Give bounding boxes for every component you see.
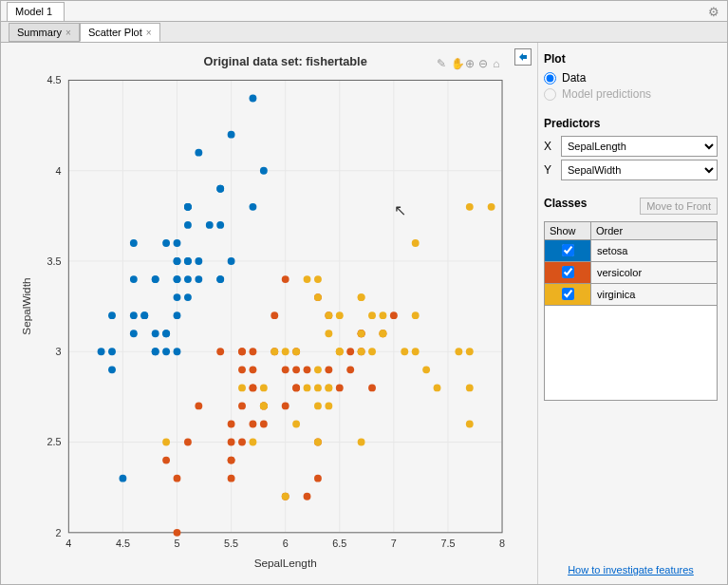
app-window: Model 1 ⚙ Summary × Scatter Plot × 44.55… bbox=[0, 0, 728, 585]
svg-point-145 bbox=[162, 439, 170, 446]
svg-point-56 bbox=[184, 257, 192, 265]
radio-pred-input bbox=[544, 88, 556, 101]
svg-point-154 bbox=[325, 311, 332, 319]
svg-point-172 bbox=[314, 384, 322, 391]
svg-text:5: 5 bbox=[175, 538, 180, 549]
svg-point-146 bbox=[422, 366, 430, 373]
class-checkbox[interactable] bbox=[562, 244, 574, 256]
help-link[interactable]: How to investigate features bbox=[568, 564, 694, 576]
tab-summary[interactable]: Summary × bbox=[9, 23, 80, 42]
svg-point-186 bbox=[336, 348, 344, 355]
classes-header: Classes Move to Front bbox=[544, 197, 718, 216]
plot-section: Plot Data Model predictions bbox=[544, 52, 718, 104]
radio-pred-label: Model predictions bbox=[562, 87, 651, 101]
svg-point-68 bbox=[140, 311, 148, 319]
svg-text:6: 6 bbox=[283, 538, 289, 549]
svg-point-96 bbox=[162, 457, 170, 464]
svg-point-88 bbox=[174, 293, 181, 301]
svg-point-72 bbox=[228, 131, 235, 139]
svg-point-87 bbox=[206, 221, 214, 229]
svg-point-134 bbox=[250, 348, 257, 355]
svg-point-183 bbox=[358, 293, 365, 301]
svg-point-150 bbox=[325, 403, 332, 410]
svg-point-168 bbox=[412, 348, 420, 355]
svg-point-162 bbox=[314, 403, 322, 410]
radio-data[interactable]: Data bbox=[544, 71, 718, 85]
svg-point-112 bbox=[292, 384, 300, 391]
svg-point-99 bbox=[174, 529, 181, 537]
svg-text:4: 4 bbox=[55, 165, 61, 177]
svg-point-57 bbox=[250, 203, 257, 211]
svg-text:4.5: 4.5 bbox=[47, 74, 61, 85]
window-tab[interactable]: Model 1 bbox=[7, 2, 65, 21]
svg-point-165 bbox=[304, 384, 311, 391]
svg-point-64 bbox=[174, 348, 181, 355]
svg-point-156 bbox=[466, 203, 474, 211]
svg-point-84 bbox=[152, 348, 159, 355]
class-row[interactable]: virginica bbox=[545, 284, 718, 306]
svg-point-40 bbox=[162, 348, 170, 355]
svg-text:3.5: 3.5 bbox=[47, 255, 61, 267]
class-name: setosa bbox=[591, 240, 718, 262]
svg-point-114 bbox=[346, 348, 354, 355]
content-area: 44.555.566.577.5822.533.544.5Original da… bbox=[1, 43, 727, 584]
svg-text:5.5: 5.5 bbox=[224, 538, 238, 549]
svg-text:6.5: 6.5 bbox=[332, 538, 346, 549]
x-label: X bbox=[544, 140, 555, 153]
classes-empty-area bbox=[544, 306, 718, 401]
class-row[interactable]: setosa bbox=[545, 240, 718, 262]
svg-point-118 bbox=[250, 421, 257, 428]
svg-point-65 bbox=[174, 275, 181, 283]
radio-data-input[interactable] bbox=[544, 72, 556, 85]
radio-data-label: Data bbox=[562, 71, 586, 85]
class-row[interactable]: versicolor bbox=[545, 262, 718, 284]
gear-icon[interactable]: ⚙ bbox=[708, 5, 719, 19]
svg-point-63 bbox=[152, 275, 159, 283]
svg-text:Original data set: fishertable: Original data set: fishertable bbox=[204, 54, 367, 68]
side-panel: Plot Data Model predictions Predictors X… bbox=[537, 43, 727, 584]
class-checkbox[interactable] bbox=[562, 288, 574, 300]
svg-point-103 bbox=[238, 366, 246, 373]
svg-point-182 bbox=[368, 311, 376, 319]
scatter-chart[interactable]: 44.555.566.577.5822.533.544.5Original da… bbox=[10, 52, 528, 575]
svg-point-70 bbox=[216, 275, 224, 283]
svg-point-181 bbox=[260, 403, 268, 410]
svg-point-45 bbox=[130, 275, 138, 283]
svg-text:2.5: 2.5 bbox=[47, 436, 61, 447]
svg-point-175 bbox=[314, 275, 322, 283]
close-icon[interactable]: × bbox=[146, 28, 152, 38]
svg-point-142 bbox=[314, 366, 322, 373]
close-icon[interactable]: × bbox=[65, 28, 71, 38]
svg-point-179 bbox=[358, 330, 365, 337]
svg-point-49 bbox=[216, 221, 224, 229]
classes-heading: Classes bbox=[544, 197, 587, 210]
tab-scatter-plot[interactable]: Scatter Plot × bbox=[80, 23, 160, 42]
svg-point-89 bbox=[390, 311, 398, 319]
svg-point-160 bbox=[238, 384, 246, 391]
th-show: Show bbox=[545, 222, 591, 240]
radio-model-predictions: Model predictions bbox=[544, 87, 718, 101]
class-checkbox[interactable] bbox=[562, 266, 574, 278]
svg-point-188 bbox=[271, 348, 278, 355]
plot-panel: 44.555.566.577.5822.533.544.5Original da… bbox=[1, 43, 537, 584]
th-order: Order bbox=[591, 222, 718, 240]
svg-point-137 bbox=[184, 439, 192, 446]
svg-point-124 bbox=[282, 275, 289, 283]
y-predictor-select[interactable]: SepalWidth bbox=[561, 160, 718, 180]
svg-point-109 bbox=[271, 311, 278, 319]
chart-container: 44.555.566.577.5822.533.544.5Original da… bbox=[10, 52, 528, 575]
svg-point-166 bbox=[292, 348, 300, 355]
tab-label: Scatter Plot bbox=[88, 27, 142, 38]
svg-point-176 bbox=[325, 330, 332, 337]
svg-point-131 bbox=[260, 421, 268, 428]
svg-point-80 bbox=[119, 475, 126, 482]
classes-section: Classes Move to Front Show Order setosav… bbox=[544, 197, 718, 584]
svg-point-185 bbox=[314, 439, 322, 446]
svg-point-53 bbox=[260, 167, 268, 175]
svg-point-123 bbox=[216, 348, 224, 355]
svg-point-85 bbox=[184, 203, 192, 211]
svg-text:7.5: 7.5 bbox=[440, 538, 455, 549]
svg-text:2: 2 bbox=[55, 527, 61, 538]
x-predictor-select[interactable]: SepalLength bbox=[561, 136, 718, 157]
move-to-front-button[interactable]: Move to Front bbox=[640, 198, 718, 215]
